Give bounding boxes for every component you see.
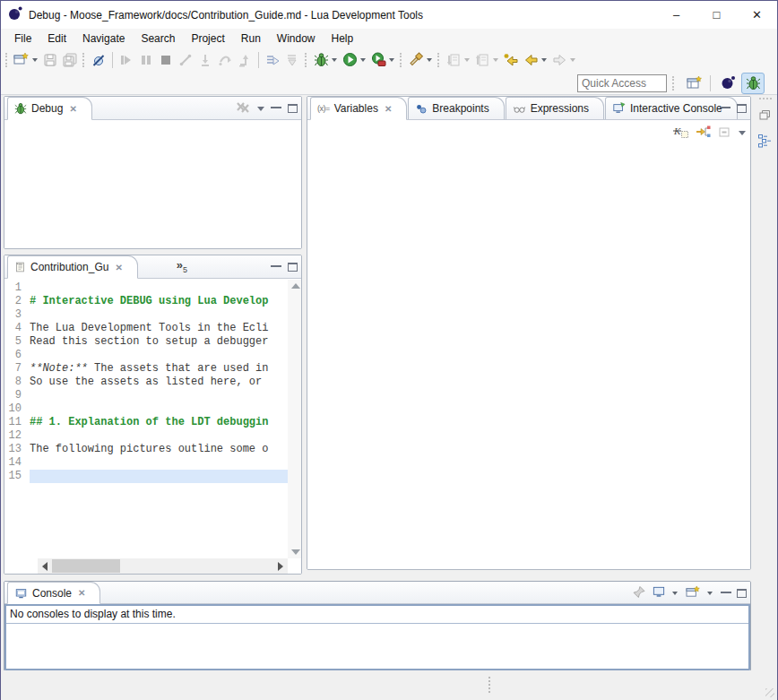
tab-debug[interactable]: Debug ✕: [7, 97, 92, 120]
editor-vertical-scrollbar[interactable]: [288, 280, 301, 558]
disconnect-button[interactable]: [176, 50, 195, 70]
window-close-button[interactable]: ✕: [737, 1, 777, 29]
variables-view-menu-icon[interactable]: [739, 131, 746, 135]
menu-file[interactable]: File: [6, 30, 39, 47]
skip-all-breakpoints-button[interactable]: [89, 50, 108, 70]
restore-view-icon[interactable]: [758, 108, 773, 125]
menu-search[interactable]: Search: [133, 30, 183, 47]
previous-annotation-button[interactable]: [472, 50, 492, 70]
debug-view-panel: Debug ✕: [4, 96, 302, 249]
menu-window[interactable]: Window: [269, 30, 324, 47]
save-all-button[interactable]: [60, 50, 80, 70]
resume-button[interactable]: [117, 50, 136, 70]
external-tools-button[interactable]: [368, 50, 388, 70]
tab-debug-close-icon[interactable]: ✕: [69, 104, 76, 114]
show-logical-structures-icon[interactable]: [696, 125, 711, 141]
external-tools-dropdown[interactable]: [389, 58, 394, 62]
console-maximize-icon[interactable]: [737, 589, 747, 598]
variables-maximize-icon[interactable]: [737, 104, 747, 113]
tab-variables-close-icon[interactable]: ✕: [385, 104, 392, 114]
editor-tab-overflow[interactable]: »5: [177, 258, 187, 274]
editor-maximize-icon[interactable]: [288, 263, 298, 272]
toolbar-grip[interactable]: [672, 76, 676, 91]
editor-lines[interactable]: 1 2# Interactive DEBUG using Lua Develop…: [4, 281, 288, 483]
menu-edit[interactable]: Edit: [39, 30, 74, 47]
debug-dropdown[interactable]: [332, 58, 337, 62]
previous-annotation-dropdown[interactable]: [493, 58, 498, 62]
console-minimize-icon[interactable]: [721, 591, 731, 593]
lua-perspective-button[interactable]: [716, 73, 739, 94]
back-button[interactable]: [521, 50, 540, 70]
tab-console-close-icon[interactable]: ✕: [78, 588, 85, 598]
tab-expressions[interactable]: Expressions: [506, 97, 604, 119]
editor-horizontal-scrollbar[interactable]: [38, 558, 288, 574]
display-selected-console-icon[interactable]: [652, 585, 666, 601]
remove-terminated-launches-icon[interactable]: [235, 101, 251, 117]
open-console-icon[interactable]: [686, 585, 701, 601]
trim-drag-handle[interactable]: [759, 98, 772, 99]
debug-button[interactable]: [311, 50, 331, 70]
collapse-all-icon[interactable]: [718, 125, 731, 141]
pin-console-icon[interactable]: [632, 585, 646, 601]
scroll-up-icon[interactable]: [291, 283, 300, 289]
display-console-dropdown[interactable]: [672, 592, 678, 595]
editor-content[interactable]: 1 2# Interactive DEBUG using Lua Develop…: [4, 280, 301, 574]
debug-perspective-button[interactable]: [741, 73, 765, 94]
toolbar-grip[interactable]: [437, 53, 441, 67]
variables-minimize-icon[interactable]: [720, 106, 730, 108]
use-step-filters-button[interactable]: [263, 50, 282, 70]
toolbar-grip[interactable]: [82, 53, 86, 67]
tab-contribution-guide-close-icon[interactable]: ✕: [115, 263, 122, 272]
scroll-left-icon[interactable]: [42, 562, 48, 571]
scroll-right-icon[interactable]: [278, 562, 283, 571]
forward-button[interactable]: [549, 50, 569, 70]
debug-view-minimize-icon[interactable]: [271, 106, 281, 108]
scrollbar-thumb[interactable]: [52, 559, 120, 573]
debug-view-maximize-icon[interactable]: [288, 104, 298, 113]
status-drag-handle[interactable]: [488, 677, 490, 693]
suspend-button[interactable]: [136, 50, 156, 70]
window-maximize-button[interactable]: □: [696, 1, 737, 29]
tab-contribution-guide[interactable]: Contribution_Gu ✕: [7, 255, 138, 279]
tab-interactive-console[interactable]: Interactive Console: [605, 97, 738, 119]
tab-breakpoints[interactable]: Breakpoints: [408, 97, 504, 119]
toolbar-grip[interactable]: [305, 53, 308, 67]
menu-navigate[interactable]: Navigate: [74, 30, 133, 47]
menu-project[interactable]: Project: [183, 30, 232, 47]
search-button[interactable]: [406, 50, 426, 70]
window-resize-grip[interactable]: [765, 688, 774, 697]
open-perspective-button[interactable]: [683, 73, 706, 94]
forward-dropdown[interactable]: [570, 58, 575, 62]
next-annotation-dropdown[interactable]: [464, 58, 470, 62]
menu-run[interactable]: Run: [233, 30, 269, 47]
tab-console[interactable]: Console ✕: [7, 582, 100, 604]
toolbar-grip[interactable]: [400, 53, 403, 67]
run-dropdown[interactable]: [360, 58, 366, 62]
next-annotation-button[interactable]: [444, 50, 463, 70]
breakpoints-icon: [415, 103, 428, 115]
tab-variables[interactable]: (x)= Variables ✕: [310, 97, 407, 120]
new-wizard-button[interactable]: [12, 50, 31, 70]
quick-access-input[interactable]: [577, 74, 667, 92]
new-wizard-dropdown[interactable]: [32, 58, 38, 62]
open-console-dropdown[interactable]: [707, 592, 713, 595]
step-over-button[interactable]: [215, 50, 235, 70]
window-minimize-button[interactable]: –: [656, 1, 696, 29]
debug-view-menu-icon[interactable]: [257, 107, 264, 111]
drop-to-frame-button[interactable]: [282, 50, 302, 70]
save-button[interactable]: [40, 50, 60, 70]
terminate-button[interactable]: [156, 50, 176, 70]
show-type-names-icon[interactable]: K: [673, 125, 688, 141]
toolbar-grip[interactable]: [5, 53, 9, 67]
step-return-button[interactable]: [235, 50, 255, 70]
outline-view-icon[interactable]: [757, 134, 773, 151]
menu-help[interactable]: Help: [324, 30, 362, 47]
step-into-button[interactable]: [195, 50, 215, 70]
back-dropdown[interactable]: [541, 58, 547, 62]
editor-minimize-icon[interactable]: [271, 264, 281, 267]
scroll-down-icon[interactable]: [291, 549, 300, 555]
editor-line: 2# Interactive DEBUG using Lua Develop: [4, 295, 288, 308]
last-edit-location-button[interactable]: [501, 50, 521, 70]
run-button[interactable]: [340, 50, 359, 70]
search-dropdown[interactable]: [427, 58, 432, 62]
